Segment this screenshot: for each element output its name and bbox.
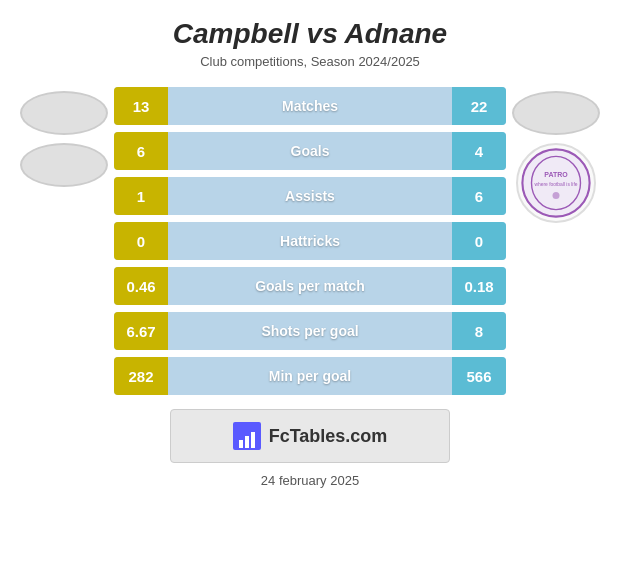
- page-subtitle: Club competitions, Season 2024/2025: [200, 54, 420, 69]
- right-avatar: [512, 91, 600, 135]
- stat-left-value: 6.67: [114, 312, 168, 350]
- stat-row: 1Assists6: [114, 177, 506, 215]
- stat-left-value: 282: [114, 357, 168, 395]
- svg-text:where football is life: where football is life: [535, 182, 578, 187]
- stat-row: 6Goals4: [114, 132, 506, 170]
- stat-left-value: 0: [114, 222, 168, 260]
- stat-right-value: 22: [452, 87, 506, 125]
- svg-point-4: [553, 192, 560, 199]
- bar1: [239, 440, 243, 448]
- stat-right-value: 6: [452, 177, 506, 215]
- fctables-banner[interactable]: FcTables.com: [170, 409, 450, 463]
- bar3: [251, 432, 255, 448]
- fctables-text: FcTables.com: [269, 426, 388, 447]
- club-logo: PATRO where football is life: [516, 143, 596, 223]
- stat-label: Goals per match: [114, 278, 506, 294]
- stat-right-value: 0.18: [452, 267, 506, 305]
- stat-right-value: 566: [452, 357, 506, 395]
- stat-label: Min per goal: [114, 368, 506, 384]
- stat-label: Matches: [114, 98, 506, 114]
- stat-label: Goals: [114, 143, 506, 159]
- stat-right-value: 4: [452, 132, 506, 170]
- stat-row: 13Matches22: [114, 87, 506, 125]
- stat-row: 282Min per goal566: [114, 357, 506, 395]
- comparison-area: 13Matches226Goals41Assists60Hattricks00.…: [20, 87, 600, 395]
- stat-right-value: 8: [452, 312, 506, 350]
- stat-left-value: 1: [114, 177, 168, 215]
- fctables-icon: [233, 422, 261, 450]
- stat-left-value: 0.46: [114, 267, 168, 305]
- left-avatars: [20, 91, 108, 187]
- stat-left-value: 6: [114, 132, 168, 170]
- stat-row: 0.46Goals per match0.18: [114, 267, 506, 305]
- stat-row: 0Hattricks0: [114, 222, 506, 260]
- stat-left-value: 13: [114, 87, 168, 125]
- stat-label: Assists: [114, 188, 506, 204]
- stat-label: Shots per goal: [114, 323, 506, 339]
- page-wrapper: Campbell vs Adnane Club competitions, Se…: [0, 0, 620, 580]
- svg-text:PATRO: PATRO: [544, 171, 568, 178]
- page-title: Campbell vs Adnane: [173, 18, 447, 50]
- stat-right-value: 0: [452, 222, 506, 260]
- date-footer: 24 february 2025: [261, 473, 359, 488]
- stats-container: 13Matches226Goals41Assists60Hattricks00.…: [114, 87, 506, 395]
- stat-row: 6.67Shots per goal8: [114, 312, 506, 350]
- left-avatar-1: [20, 91, 108, 135]
- stat-label: Hattricks: [114, 233, 506, 249]
- left-avatar-2: [20, 143, 108, 187]
- bar2: [245, 436, 249, 448]
- right-side: PATRO where football is life: [512, 91, 600, 223]
